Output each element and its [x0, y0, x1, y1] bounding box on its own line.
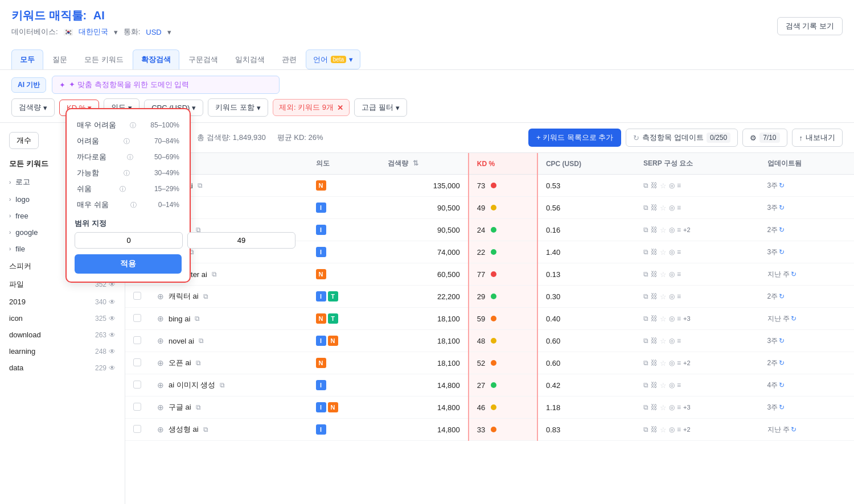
kd-option-label: 매우 어려움 [77, 120, 116, 130]
serp-star-icon[interactable]: ☆ [660, 270, 667, 279]
exclude-tag[interactable]: 제외: 키워드 9개 ✕ [273, 99, 350, 116]
serp-star-icon[interactable]: ☆ [660, 425, 667, 434]
currency-value[interactable]: USD [146, 28, 161, 36]
tab-exact[interactable]: 일치검색 [227, 49, 273, 69]
view-toggle-button[interactable]: 개수 [9, 132, 39, 149]
serp-star-icon[interactable]: ☆ [660, 359, 667, 367]
tab-broad[interactable]: 확장검색 [133, 49, 179, 69]
row-checkbox[interactable] [133, 292, 141, 300]
sidebar-item-download[interactable]: download 263 👁 [0, 327, 125, 343]
serp-link-icon[interactable]: ⧉ [643, 425, 648, 433]
sidebar-item-data[interactable]: data 229 👁 [0, 360, 125, 376]
sidebar-item-icon[interactable]: icon 325 👁 [0, 310, 125, 327]
serp-star-icon[interactable]: ☆ [660, 315, 667, 323]
tab-related[interactable]: 관련 [274, 49, 305, 69]
tab-phrase[interactable]: 구문검색 [180, 49, 226, 69]
refresh-icon[interactable]: ↻ [791, 425, 796, 433]
kd-option-very-easy[interactable]: 매우 쉬움 ⓘ 0–14% [75, 197, 182, 213]
cpc-cell: 0.53 [537, 175, 635, 197]
refresh-icon[interactable]: ↻ [779, 337, 785, 345]
serp-link-icon[interactable]: ⧉ [643, 226, 648, 234]
serp-star-icon[interactable]: ☆ [660, 292, 667, 301]
advanced-filter[interactable]: 고급 필터 ▾ [354, 98, 407, 117]
apply-button[interactable]: 적용 [75, 254, 182, 274]
serp-link-icon[interactable]: ⧉ [643, 359, 648, 367]
refresh-icon[interactable]: ↻ [779, 292, 785, 300]
clipboard-icon[interactable]: ⧉ [198, 181, 203, 189]
row-checkbox[interactable] [133, 425, 141, 433]
tab-question[interactable]: 질문 [44, 49, 75, 69]
serp-link-icon[interactable]: ⧉ [643, 403, 648, 411]
refresh-icon[interactable]: ↻ [779, 248, 785, 256]
refresh-icon[interactable]: ↻ [791, 315, 796, 323]
clipboard-icon[interactable]: ⧉ [196, 403, 201, 411]
serp-link-icon[interactable]: ⧉ [643, 337, 648, 345]
serp-link-icon[interactable]: ⧉ [643, 270, 648, 278]
sidebar-label: free [15, 212, 28, 220]
keyword-include-filter[interactable]: 키워드 포함 ▾ [208, 98, 268, 117]
update-metrics-button[interactable]: ↻ 측정항목 업데이트 0/250 [626, 129, 738, 147]
cpc-cell: 0.83 [537, 419, 635, 441]
search-history-button[interactable]: 검색 기록 보기 [777, 17, 843, 35]
clipboard-icon[interactable]: ⧉ [212, 270, 217, 278]
kd-option-easy[interactable]: 쉬움 ⓘ 15–29% [75, 181, 182, 197]
clipboard-icon[interactable]: ⧉ [195, 315, 200, 323]
row-checkbox[interactable] [133, 336, 141, 344]
add-to-list-button[interactable]: + 키워드 목록으로 추가 [528, 129, 621, 147]
serp-star-icon[interactable]: ☆ [660, 181, 667, 190]
serp-link-icon[interactable]: ⧉ [643, 381, 648, 389]
refresh-icon[interactable]: ↻ [791, 270, 796, 278]
intent-badge: I [316, 291, 326, 301]
row-checkbox[interactable] [133, 358, 141, 366]
serp-link-icon[interactable]: ⧉ [643, 181, 648, 189]
row-checkbox[interactable] [133, 403, 141, 411]
serp-link-icon[interactable]: ⧉ [643, 292, 648, 300]
refresh-icon[interactable]: ↻ [779, 226, 785, 234]
serp-star-icon[interactable]: ☆ [660, 403, 667, 412]
row-checkbox[interactable] [133, 381, 141, 389]
clipboard-icon[interactable]: ⧉ [203, 425, 208, 433]
serp-star-icon[interactable]: ☆ [660, 381, 667, 390]
volume-column-header[interactable]: 검색량 ⇅ [380, 153, 469, 175]
refresh-icon[interactable]: ↻ [779, 181, 785, 189]
tab-all[interactable]: 모두 [11, 49, 43, 69]
intent-badge: I [316, 225, 326, 235]
domain-input[interactable]: ✦ ✦ 맞춤 측정항목을 위한 도메인 입력 [52, 76, 280, 94]
export-button[interactable]: ↑ 내보내기 [792, 129, 843, 147]
serp-link-icon[interactable]: ⧉ [643, 204, 648, 212]
sidebar-item-2019[interactable]: 2019 340 👁 [0, 294, 125, 310]
kd-option-possible[interactable]: 가능함 ⓘ 30–49% [75, 165, 182, 181]
database-value[interactable]: 대한민국 [79, 27, 108, 37]
kd-max-input[interactable] [187, 232, 295, 249]
tab-language[interactable]: 언어 beta ▾ [306, 49, 360, 69]
chevron-right-icon: › [9, 213, 11, 219]
kd-min-input[interactable] [75, 232, 183, 249]
refresh-icon[interactable]: ↻ [779, 403, 785, 411]
sparkle-icon: ✦ [59, 81, 65, 89]
kd-option-tricky[interactable]: 까다로움 ⓘ 50–69% [75, 149, 182, 165]
serp-link-icon[interactable]: ⧉ [643, 248, 648, 256]
search-volume-filter[interactable]: 검색량 ▾ [11, 98, 55, 117]
clipboard-icon[interactable]: ⧉ [220, 381, 225, 389]
clipboard-icon[interactable]: ⧉ [203, 292, 208, 300]
intent-badge: I [316, 203, 326, 213]
clipboard-icon[interactable]: ⧉ [196, 359, 201, 367]
serp-star-icon[interactable]: ☆ [660, 226, 667, 234]
kd-option-very-hard[interactable]: 매우 어려움 ⓘ 85–100% [75, 117, 182, 133]
serp-list-icon: ≡ [677, 359, 681, 367]
serp-link-icon[interactable]: ⧉ [643, 315, 648, 323]
refresh-icon[interactable]: ↻ [779, 381, 785, 389]
sidebar-item-learning[interactable]: learning 248 👁 [0, 343, 125, 360]
kd-option-hard[interactable]: 어려움 ⓘ 70–84% [75, 133, 182, 149]
close-icon[interactable]: ✕ [337, 104, 343, 112]
refresh-icon[interactable]: ↻ [779, 359, 785, 367]
row-checkbox[interactable] [133, 314, 141, 322]
refresh-icon[interactable]: ↻ [779, 204, 785, 212]
settings-button[interactable]: ⚙ 7/10 [742, 129, 787, 147]
serp-star-icon[interactable]: ☆ [660, 337, 667, 345]
clipboard-icon[interactable]: ⧉ [199, 337, 204, 345]
item-count: 340 [95, 298, 106, 306]
tab-all-keywords[interactable]: 모든 키워드 [76, 49, 132, 69]
serp-star-icon[interactable]: ☆ [660, 204, 667, 212]
serp-star-icon[interactable]: ☆ [660, 248, 667, 257]
